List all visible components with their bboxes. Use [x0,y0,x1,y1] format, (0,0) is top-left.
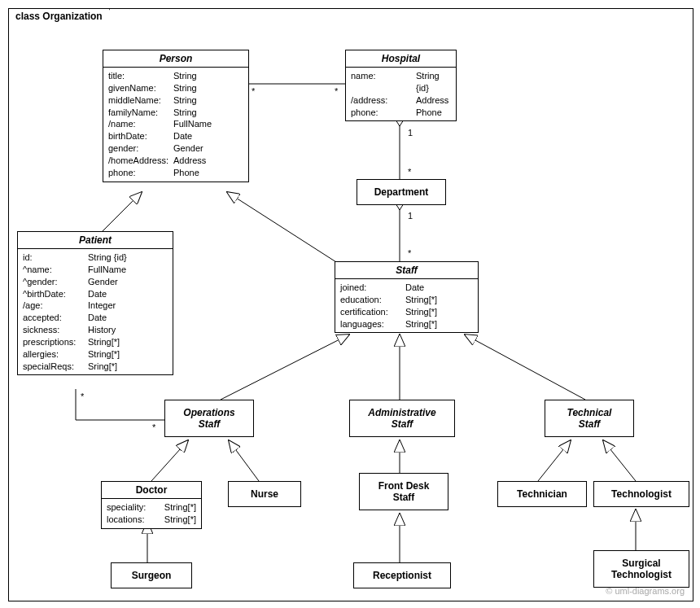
class-receptionist-title: Receptionist [373,570,431,581]
class-patient-title: Patient [18,232,173,249]
admin-l2: Staff [392,418,413,430]
attr-row: specialReqs:Sring[*] [23,361,168,373]
class-department: Department [357,179,446,205]
attr-row: education:String[*] [340,294,473,306]
svg-line-5 [221,335,349,400]
attr-name: specialReqs: [23,361,88,373]
svg-line-11 [538,440,571,481]
attr-name: /age: [23,300,88,312]
class-surgeon: Surgeon [111,562,192,588]
attr-name: phone: [108,167,173,179]
class-nurse-title: Nurse [251,488,278,500]
class-department-title: Department [374,186,429,198]
class-receptionist: Receptionist [353,562,451,588]
attr-name: ^gender: [23,276,88,288]
class-nurse: Nurse [228,481,301,507]
attr-row: phone:Phone [351,107,451,119]
class-doctor-title: Doctor [102,482,201,499]
class-hospital-title: Hospital [346,50,456,68]
attr-row: familyName:String [108,107,243,119]
attr-type: String [173,94,243,107]
attr-type: String[*] [164,501,196,514]
attr-type: String [173,70,243,82]
attr-type: Integer [88,300,168,312]
class-front-desk-staff: Front Desk Staff [359,473,448,510]
class-doctor: Doctor speciality:String[*]locations:Str… [101,481,202,529]
frame-label: class Organization [8,8,110,24]
attr-type: String[*] [88,336,168,348]
attr-row: title:String [108,70,243,82]
attr-type: Date [405,282,473,294]
attr-type: Address [416,94,451,107]
attr-row: languages:String[*] [340,318,473,330]
mult-person-hospital-left: * [252,86,255,96]
mult-hosp-dept-star: * [408,167,411,177]
attr-row: accepted:Date [23,312,168,324]
class-person-title: Person [103,50,248,68]
attr-name: givenName: [108,82,173,94]
attr-type: String [173,107,243,119]
svg-line-7 [465,335,585,400]
fd-l1: Front Desk [378,480,430,492]
attr-name: id: [23,252,88,264]
attr-row: sickness:History [23,324,168,336]
attr-name: phone: [351,107,416,119]
attr-type: Phone [173,167,243,179]
attr-name: title: [108,70,173,82]
class-technologist-title: Technologist [611,488,672,500]
attr-row: birthDate:Date [108,130,243,142]
class-technical-staff: Technical Staff [545,400,634,437]
class-technician-title: Technician [517,488,567,500]
attr-type: String[*] [405,306,473,318]
watermark: © uml-diagrams.org [606,586,685,596]
attr-row: id:String {id} [23,252,168,264]
attr-row: prescriptions:String[*] [23,336,168,348]
class-hospital-attrs: name:String {id}/address:Addressphone:Ph… [346,68,456,120]
attr-row: gender:Gender [108,142,243,155]
attr-row: ^gender:Gender [23,276,168,288]
class-hospital: Hospital name:String {id}/address:Addres… [345,50,457,121]
attr-type: FullName [173,118,243,130]
mult-person-hospital-right: * [335,86,338,96]
attr-type: String[*] [88,348,168,361]
attr-type: Gender [173,142,243,155]
svg-line-12 [603,440,636,481]
attr-row: /name:FullName [108,118,243,130]
attr-row: joined:Date [340,282,473,294]
class-patient-attrs: id:String {id}^name:FullName^gender:Gend… [18,249,173,374]
attr-name: certification: [340,306,405,318]
mult-patient-ops-right: * [152,422,155,432]
attr-row: /address:Address [351,94,451,107]
class-staff: Staff joined:Dateeducation:String[*]cert… [335,261,479,333]
attr-row: locations:String[*] [107,514,196,526]
attr-name: languages: [340,318,405,330]
attr-type: String {id} [416,70,451,94]
attr-name: accepted: [23,312,88,324]
class-staff-attrs: joined:Dateeducation:String[*]certificat… [335,279,478,332]
st-l2: Technologist [611,569,672,580]
attr-row: givenName:String [108,82,243,94]
attr-type: Date [173,130,243,142]
attr-row: /age:Integer [23,300,168,312]
attr-name: gender: [108,142,173,155]
svg-line-4 [227,192,345,268]
class-frame: class Organization [8,8,693,601]
attr-type: Date [88,288,168,300]
attr-row: ^name:FullName [23,264,168,276]
attr-name: familyName: [108,107,173,119]
tech-l2: Staff [579,418,600,430]
attr-row: /homeAddress:Address [108,155,243,167]
attr-type: String {id} [88,252,168,264]
attr-row: allergies:String[*] [23,348,168,361]
class-surgeon-title: Surgeon [132,570,172,581]
svg-line-8 [151,440,188,481]
svg-line-9 [229,440,259,481]
attr-name: speciality: [107,501,164,514]
attr-name: ^name: [23,264,88,276]
class-surgical-technologist: Surgical Technologist [593,550,689,588]
class-technician: Technician [497,481,587,507]
attr-type: String[*] [405,294,473,306]
admin-l1: Administrative [368,407,435,418]
attr-row: ^birthDate:Date [23,288,168,300]
attr-name: /address: [351,94,416,107]
